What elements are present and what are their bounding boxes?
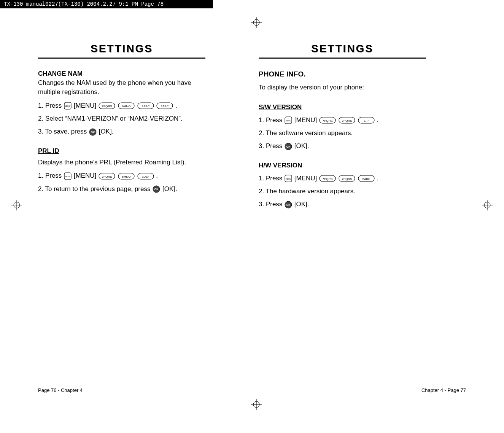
step-fragment: 1. Press [259, 175, 284, 182]
step-fragment: [OK]. [294, 201, 309, 208]
step-fragment: [OK]. [99, 128, 114, 135]
step-fragment: [OK]. [162, 185, 177, 193]
phone-info-desc: To display the version of your phone: [259, 83, 426, 92]
key-7-icon: 7PQRS [339, 117, 355, 124]
page-footer-right: Chapter 4 - Page 77 [421, 387, 466, 393]
menu-key-icon [285, 116, 292, 124]
key-7-icon: 7PQRS [319, 175, 336, 182]
key-7-icon: 7PQRS [99, 173, 115, 180]
step-fragment: . [175, 102, 177, 109]
step-text: 3. To save, press [OK]. [38, 128, 205, 136]
step-fragment: 1. Press [259, 116, 284, 124]
svg-text:7PQRS: 7PQRS [102, 175, 112, 178]
svg-text:2ABC: 2ABC [142, 105, 149, 108]
svg-text:3DEF: 3DEF [142, 175, 149, 178]
crop-mark-icon [11, 200, 22, 213]
step-fragment: . [377, 175, 378, 182]
svg-text:7PQRS: 7PQRS [342, 119, 352, 123]
svg-text:2ABC: 2ABC [161, 105, 169, 108]
step-fragment: . [156, 172, 158, 179]
step-fragment: 1. Press [38, 102, 64, 109]
step-text: 1. Press [MENU] 7PQRS 7PQRS 1.–' . [259, 116, 426, 124]
menu-key-icon [64, 102, 72, 110]
step-fragment: . [377, 116, 378, 124]
step-text: 2. The hardware version appears. [259, 188, 426, 195]
section-heading: SETTINGS [38, 43, 205, 59]
svg-text:6MNO: 6MNO [122, 175, 130, 178]
key-1-icon: 1.–' [358, 117, 375, 124]
step-text: 2. Select “NAM1-VERIZON” or “NAM2-VERIZO… [38, 115, 205, 123]
key-3-icon: 3DEF [137, 173, 154, 180]
key-6-icon: 6MNO [118, 173, 135, 180]
key-7-icon: 7PQRS [99, 102, 115, 109]
step-fragment: 1. Press [38, 172, 64, 179]
step-fragment: [MENU] [74, 172, 98, 179]
change-nam-desc: Changes the NAM used by the phone when y… [38, 78, 205, 97]
step-text: 3. Press [OK]. [259, 201, 426, 209]
key-7-icon: 7PQRS [319, 117, 336, 124]
subhead-phone-info: PHONE INFO. [259, 70, 426, 78]
right-page: SETTINGS PHONE INFO. To display the vers… [259, 43, 426, 214]
step-text: 1. Press [MENU] 7PQRS 7PQRS 2ABC . [259, 175, 426, 183]
step-text: 2. To return to the previous page, press… [38, 185, 205, 193]
step-text: 3. Press [OK]. [259, 142, 426, 150]
subhead-sw-version: S/W VERSION [259, 103, 426, 111]
file-header-bar: TX-130 manual0227(TX-130) 2004.2.27 9:1 … [0, 0, 213, 8]
ok-key-icon [285, 143, 292, 150]
step-text: 1. Press [MENU] 7PQRS 6MNO 3DEF . [38, 172, 205, 180]
ok-key-icon [285, 201, 292, 209]
step-fragment: [MENU] [294, 175, 319, 182]
page-footer-left: Page 76 - Chapter 4 [38, 387, 83, 393]
key-2-icon: 2ABC [358, 175, 375, 182]
menu-key-icon [285, 175, 292, 182]
crop-mark-icon [251, 17, 262, 30]
step-fragment: 2. To return to the previous page, press [38, 185, 152, 193]
key-6-icon: 6MNO [118, 102, 135, 109]
svg-text:2ABC: 2ABC [362, 177, 370, 181]
svg-text:1.–': 1.–' [364, 119, 369, 123]
step-fragment: [OK]. [294, 142, 309, 150]
subhead-change-nam: CHANGE NAM [38, 70, 205, 78]
section-heading: SETTINGS [259, 43, 426, 59]
step-text: 2. The software version appears. [259, 129, 426, 137]
step-fragment: 3. To save, press [38, 128, 89, 135]
menu-key-icon [64, 172, 72, 180]
step-fragment: 3. Press [259, 142, 284, 150]
crop-mark-icon [251, 399, 262, 412]
crop-mark-icon [482, 200, 493, 213]
key-7-icon: 7PQRS [339, 175, 355, 182]
svg-text:7PQRS: 7PQRS [323, 177, 333, 181]
subhead-prl-id: PRL ID [38, 147, 205, 155]
ok-key-icon [153, 185, 160, 193]
step-fragment: [MENU] [294, 116, 319, 124]
svg-text:7PQRS: 7PQRS [323, 119, 333, 123]
svg-text:7PQRS: 7PQRS [102, 105, 112, 108]
step-fragment: 3. Press [259, 201, 284, 208]
svg-text:6MNO: 6MNO [122, 105, 130, 108]
key-2-icon: 2ABC [137, 102, 154, 109]
subhead-hw-version: H/W VERSION [259, 162, 426, 169]
left-page: SETTINGS CHANGE NAM Changes the NAM used… [38, 43, 205, 214]
step-text: 1. Press [MENU] 7PQRS 6MNO 2ABC 2ABC . [38, 102, 205, 110]
svg-text:7PQRS: 7PQRS [342, 177, 352, 181]
prl-desc: Displays the phone’s PRL (Preferred Roam… [38, 158, 205, 167]
step-fragment: [MENU] [74, 102, 98, 109]
ok-key-icon [89, 128, 97, 136]
key-2-icon: 2ABC [156, 102, 173, 109]
